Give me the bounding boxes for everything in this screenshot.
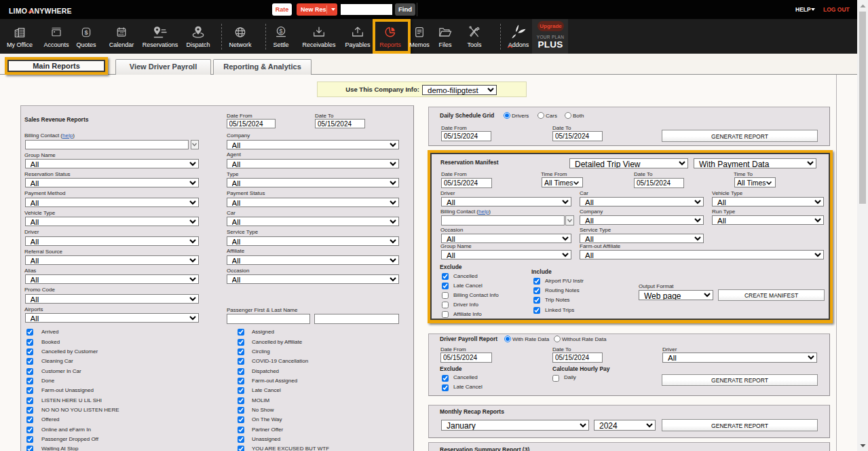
svg-text:$: $ [279,27,283,35]
svg-text:$: $ [84,29,88,35]
